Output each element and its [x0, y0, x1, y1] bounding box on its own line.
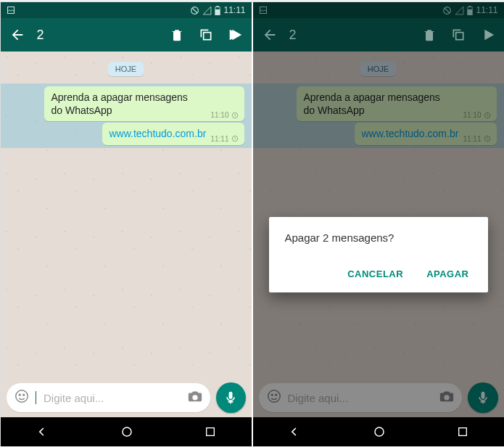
svg-rect-27: [458, 428, 466, 436]
battery-icon: [467, 6, 473, 15]
delete-icon[interactable]: [168, 28, 186, 42]
delete-dialog: Apagar 2 mensagens? CANCELAR APAGAR: [269, 217, 488, 292]
nav-bar: [253, 417, 504, 446]
clock-icon: [231, 112, 239, 119]
screenshot-icon: [259, 6, 268, 15]
selected-messages[interactable]: Aprenda a apagar mensagens do WhatsApp 1…: [1, 83, 252, 148]
status-bar: 11:11: [1, 2, 252, 18]
status-bar: 11:11: [253, 2, 504, 18]
copy-icon[interactable]: [197, 28, 215, 42]
signal-icon: [202, 6, 212, 15]
no-sim-icon: [442, 6, 452, 15]
svg-rect-13: [206, 428, 214, 436]
nav-back-icon[interactable]: [288, 425, 302, 439]
status-time: 11:11: [476, 5, 497, 15]
selection-count: 2: [289, 28, 410, 43]
selection-count: 2: [37, 28, 157, 43]
nav-recent-icon[interactable]: [205, 426, 216, 438]
battery-icon: [215, 6, 220, 15]
nav-bar: [1, 417, 252, 446]
message-bubble[interactable]: Aprenda a apagar mensagens do WhatsApp 1…: [44, 86, 244, 121]
emoji-icon[interactable]: [14, 388, 30, 407]
confirm-delete-button[interactable]: APAGAR: [424, 263, 471, 285]
signal-icon: [455, 6, 464, 15]
svg-point-12: [123, 427, 131, 436]
chat-body: HOJE Aprenda a apagar mensagens do Whats…: [1, 52, 252, 378]
svg-rect-19: [468, 9, 472, 15]
back-icon[interactable]: [8, 27, 27, 43]
mic-button[interactable]: [216, 382, 246, 413]
svg-rect-20: [455, 33, 463, 40]
date-chip: HOJE: [108, 62, 144, 76]
svg-point-10: [19, 394, 20, 395]
input-bar: [1, 378, 252, 417]
delete-icon: [420, 28, 439, 42]
svg-rect-5: [215, 9, 220, 15]
message-bubble[interactable]: www.techtudo.com.br 11:11: [102, 123, 244, 144]
nav-back-icon[interactable]: [36, 425, 50, 439]
dialog-title: Apagar 2 mensagens?: [285, 231, 472, 244]
cancel-button[interactable]: CANCELAR: [344, 263, 406, 285]
no-sim-icon: [190, 6, 199, 15]
svg-point-9: [15, 390, 28, 403]
svg-rect-6: [203, 33, 210, 40]
clock-icon: [231, 135, 239, 142]
text-cursor: [36, 391, 37, 404]
svg-line-16: [445, 8, 450, 13]
nav-home-icon[interactable]: [120, 425, 133, 438]
phone-screen-right: 11:11 2 HOJE Aprenda a apagar mensagens …: [253, 2, 504, 446]
selection-action-bar: 2: [253, 18, 504, 52]
svg-line-2: [193, 8, 198, 13]
screenshot-icon: [7, 6, 15, 15]
selection-action-bar: 2: [1, 18, 252, 52]
message-input-field[interactable]: [7, 383, 211, 412]
svg-point-11: [22, 394, 24, 395]
status-time: 11:11: [223, 5, 245, 15]
svg-point-26: [375, 427, 384, 436]
forward-icon[interactable]: [226, 27, 244, 43]
back-icon: [260, 27, 279, 43]
message-input[interactable]: [44, 392, 181, 404]
nav-home-icon[interactable]: [373, 425, 386, 438]
copy-icon: [449, 28, 468, 42]
phone-screen-left: 11:11 2 HOJE Aprenda a apagar mensagens …: [1, 2, 252, 446]
forward-icon: [478, 27, 497, 43]
camera-icon[interactable]: [187, 388, 203, 407]
nav-recent-icon[interactable]: [457, 426, 468, 438]
